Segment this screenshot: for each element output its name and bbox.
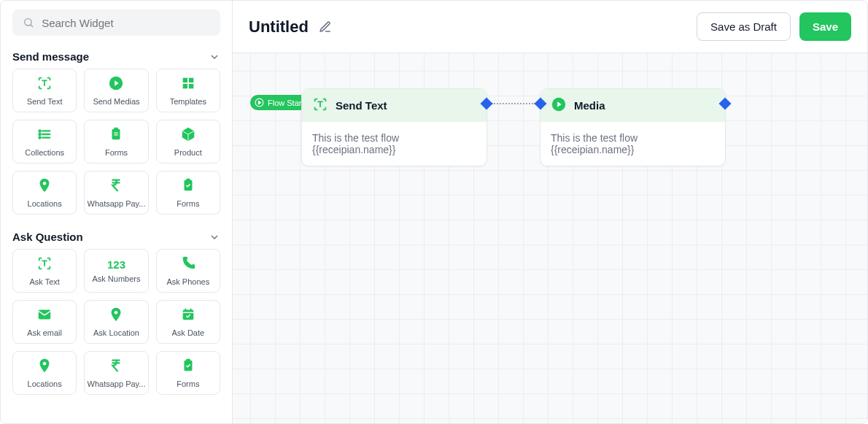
topbar: Untitled Save as Draft Save [233, 1, 867, 53]
svg-point-27 [43, 362, 47, 366]
widget-send-text[interactable]: Send Text [12, 69, 77, 112]
widget-locations2[interactable]: Locations [12, 351, 77, 395]
widget-ask-email[interactable]: Ask email [12, 300, 77, 344]
svg-rect-29 [186, 359, 190, 362]
flow-canvas[interactable]: Flow Start Send TextThis is the test flo… [233, 53, 867, 423]
widget-templates[interactable]: Templates [156, 69, 220, 112]
main-area: Untitled Save as Draft Save Flow Start S… [233, 1, 867, 423]
widget-whatsapp-pay[interactable]: Whatsapp Pay... [84, 171, 148, 215]
cube-icon [180, 126, 196, 145]
edit-icon[interactable] [319, 20, 332, 34]
svg-rect-14 [112, 129, 120, 140]
svg-point-22 [115, 311, 118, 315]
list-icon [36, 126, 53, 145]
play-circle-icon [551, 96, 567, 115]
svg-point-18 [43, 182, 47, 185]
svg-rect-23 [182, 310, 193, 320]
calendar-icon [180, 307, 196, 325]
flow-node-n2[interactable]: MediaThis is the test flow {{receipian.n… [540, 88, 726, 166]
widget-ask-location[interactable]: Ask Location [84, 300, 148, 344]
svg-rect-5 [189, 78, 193, 82]
svg-rect-6 [182, 84, 187, 88]
widget-label: Send Medias [93, 97, 139, 106]
svg-marker-31 [258, 101, 260, 104]
svg-rect-21 [39, 310, 51, 320]
chevron-down-icon [209, 51, 220, 63]
chevron-down-icon [209, 231, 220, 243]
svg-point-13 [39, 136, 41, 138]
clipboard-check-icon [180, 358, 196, 377]
play-icon [255, 98, 264, 107]
save-draft-button[interactable]: Save as Draft [697, 12, 791, 41]
save-button[interactable]: Save [799, 12, 851, 41]
text-frame-icon [312, 96, 328, 115]
widget-label: Whatsapp Pay... [88, 379, 146, 388]
page-title: Untitled [249, 18, 309, 36]
section-title: Send message [12, 50, 89, 63]
widget-label: Ask Numbers [92, 274, 140, 283]
search-box[interactable] [12, 9, 220, 36]
widget-ask-phones[interactable]: Ask Phones [156, 249, 220, 293]
svg-rect-20 [186, 179, 190, 182]
widget-label: Locations [28, 379, 62, 388]
flow-start-label: Flow Start [268, 99, 304, 107]
text-frame-icon [36, 75, 53, 94]
widget-forms2[interactable]: Forms [156, 171, 220, 215]
widget-collections[interactable]: Collections [12, 120, 77, 163]
widget-label: Send Text [27, 97, 63, 106]
clipboard-icon [108, 126, 124, 145]
grid-icon [180, 75, 196, 94]
widget-label: Product [174, 148, 202, 157]
widget-label: Whatsapp Pay... [88, 199, 146, 208]
widget-ask-text[interactable]: Ask Text [12, 249, 77, 293]
node-header: Media [540, 89, 725, 122]
widget-locations[interactable]: Locations [12, 171, 77, 215]
play-circle-icon [108, 75, 124, 94]
widget-label: Templates [170, 97, 206, 106]
widget-label: Collections [25, 148, 64, 157]
section-header[interactable]: Ask Question [12, 225, 220, 249]
widget-label: Ask Phones [166, 277, 209, 286]
svg-rect-15 [115, 128, 119, 131]
flow-node-n1[interactable]: Send TextThis is the test flow {{receipi… [301, 88, 487, 166]
node-body: This is the test flow {{receipian.name}} [302, 122, 487, 166]
phone-icon [180, 255, 196, 274]
edge-connector [492, 103, 535, 104]
rupee-icon [108, 177, 124, 196]
text-frame-icon [36, 255, 53, 274]
widget-label: Ask Date [172, 328, 205, 337]
widget-ask-date[interactable]: Ask Date [156, 300, 220, 344]
numbers-icon: 123 [107, 258, 125, 271]
widget-forms[interactable]: Forms [84, 120, 148, 163]
node-title: Send Text [336, 99, 387, 112]
svg-point-12 [39, 134, 41, 135]
svg-rect-4 [182, 78, 187, 82]
rupee-icon [108, 358, 124, 377]
svg-point-11 [39, 130, 41, 131]
search-icon [23, 16, 34, 29]
svg-line-1 [31, 25, 33, 27]
widget-forms3[interactable]: Forms [156, 351, 220, 395]
widget-label: Ask Location [93, 328, 139, 337]
widget-label: Locations [28, 199, 62, 208]
widget-product[interactable]: Product [156, 120, 220, 163]
widget-label: Ask email [27, 328, 62, 337]
svg-point-0 [25, 19, 31, 26]
pin-icon [108, 307, 124, 325]
widget-send-medias[interactable]: Send Medias [84, 69, 148, 112]
mail-icon [36, 307, 53, 325]
widget-label: Ask Text [29, 277, 59, 286]
widget-label: Forms [177, 199, 199, 208]
clipboard-check-icon [180, 177, 196, 196]
node-title: Media [574, 99, 605, 112]
section-header[interactable]: Send message [12, 45, 220, 69]
node-body: This is the test flow {{receipian.name}} [540, 122, 725, 166]
widget-ask-numbers[interactable]: 123Ask Numbers [84, 249, 148, 293]
search-input[interactable] [42, 17, 210, 29]
widget-whatsapp-pay2[interactable]: Whatsapp Pay... [84, 351, 148, 395]
svg-rect-7 [189, 84, 193, 88]
widget-sidebar: Send messageSend TextSend MediasTemplate… [1, 1, 233, 423]
node-header: Send Text [302, 89, 487, 122]
pin-icon [36, 358, 53, 377]
pin-icon [36, 177, 53, 196]
